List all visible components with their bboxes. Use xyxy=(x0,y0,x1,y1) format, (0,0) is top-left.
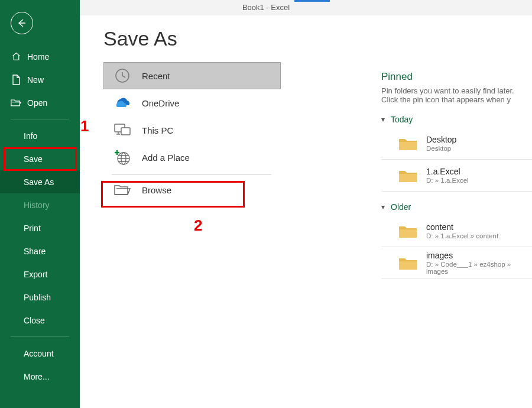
folder-name: Desktop xyxy=(426,135,456,144)
nav-export[interactable]: Export xyxy=(0,263,80,286)
nav-home-label: Home xyxy=(27,52,49,61)
folder-path: D: » 1.a.Excel xyxy=(426,177,469,184)
group-today-header[interactable]: ▾ Today xyxy=(381,115,532,124)
browse-folder-icon xyxy=(113,181,131,199)
folder-path: Desktop xyxy=(426,145,456,152)
nav-more[interactable]: More... xyxy=(0,365,80,388)
sidebar-divider-2 xyxy=(11,336,69,337)
page-title: Save As xyxy=(103,27,532,50)
nav-save-as[interactable]: Save As xyxy=(0,170,80,193)
nav-print[interactable]: Print xyxy=(0,216,80,239)
collapse-icon: ▾ xyxy=(381,115,385,124)
folders-panel: Pinned Pin folders you want to easily fi… xyxy=(381,71,532,279)
titlebar: Book1 - Excel xyxy=(0,0,532,15)
nav-more-label: More... xyxy=(24,372,50,381)
clock-icon xyxy=(113,67,131,85)
onedrive-icon xyxy=(113,94,131,112)
nav-close-label: Close xyxy=(24,316,45,325)
nav-export-label: Export xyxy=(24,270,47,279)
back-arrow-icon xyxy=(16,17,28,29)
nav-info-label: Info xyxy=(24,131,37,141)
nav-history-label: History xyxy=(24,200,50,210)
nav-publish[interactable]: Publish xyxy=(0,286,80,309)
nav-print-label: Print xyxy=(24,224,41,233)
new-icon xyxy=(11,75,21,85)
nav-account-label: Account xyxy=(24,349,54,358)
nav-home[interactable]: Home xyxy=(0,45,80,68)
folder-row[interactable]: content D: » 1.a.Excel » content xyxy=(381,215,532,247)
titlebar-text: Book1 - Excel xyxy=(242,3,290,12)
location-add-place-label: Add a Place xyxy=(142,153,190,163)
sidebar-divider-1 xyxy=(11,119,69,119)
location-add-place[interactable]: Add a Place xyxy=(103,144,281,171)
folder-name: 1.a.Excel xyxy=(426,167,469,176)
folder-path: D: » Code___1 » ez4shop » images xyxy=(426,261,528,275)
collapse-icon: ▾ xyxy=(381,203,385,211)
locations-list: Recent OneDrive This PC xyxy=(103,62,281,203)
add-place-icon xyxy=(113,148,131,166)
folder-row[interactable]: images D: » Code___1 » ez4shop » images xyxy=(381,247,532,279)
location-recent[interactable]: Recent xyxy=(103,62,281,89)
folder-icon xyxy=(398,136,418,151)
pinned-hint: Pin folders you want to easily find late… xyxy=(381,86,532,104)
location-separator xyxy=(112,174,271,175)
back-button[interactable] xyxy=(11,12,33,34)
location-this-pc[interactable]: This PC xyxy=(103,116,281,144)
nav-info[interactable]: Info xyxy=(0,124,80,147)
location-browse-label: Browse xyxy=(142,185,171,195)
group-older-label: Older xyxy=(391,202,411,212)
main-panel: Save As Recent OneDrive xyxy=(80,15,532,408)
folder-row[interactable]: Desktop Desktop xyxy=(381,128,532,160)
location-recent-label: Recent xyxy=(142,71,170,81)
pinned-heading: Pinned xyxy=(381,71,532,83)
location-onedrive[interactable]: OneDrive xyxy=(103,89,281,116)
svg-rect-2 xyxy=(121,128,130,135)
nav-publish-label: Publish xyxy=(24,293,51,302)
titlebar-accent xyxy=(294,0,330,2)
backstage-sidebar: Home New Open Info Save Save As History … xyxy=(0,0,80,408)
folder-name: images xyxy=(426,251,528,260)
nav-share-label: Share xyxy=(24,247,46,256)
nav-open-label: Open xyxy=(27,98,47,108)
nav-save-as-label: Save As xyxy=(24,177,54,187)
nav-new-label: New xyxy=(27,75,44,85)
open-icon xyxy=(11,98,21,107)
folder-row[interactable]: 1.a.Excel D: » 1.a.Excel xyxy=(381,160,532,192)
location-browse[interactable]: Browse xyxy=(103,176,281,203)
home-icon xyxy=(11,51,21,61)
folder-icon xyxy=(398,255,418,271)
folder-icon xyxy=(398,224,418,239)
this-pc-icon xyxy=(113,121,131,139)
location-this-pc-label: This PC xyxy=(142,125,173,135)
nav-share[interactable]: Share xyxy=(0,239,80,263)
folder-name: content xyxy=(426,222,498,232)
nav-save-label: Save xyxy=(24,154,43,164)
nav-history: History xyxy=(0,193,80,216)
location-onedrive-label: OneDrive xyxy=(142,98,179,108)
nav-save[interactable]: Save xyxy=(0,147,80,170)
nav-account[interactable]: Account xyxy=(0,342,80,365)
group-today-label: Today xyxy=(391,115,413,124)
nav-open[interactable]: Open xyxy=(0,91,80,114)
folder-icon xyxy=(398,168,418,183)
group-older-header[interactable]: ▾ Older xyxy=(381,202,532,212)
nav-close[interactable]: Close xyxy=(0,309,80,332)
folder-path: D: » 1.a.Excel » content xyxy=(426,232,498,239)
nav-new[interactable]: New xyxy=(0,68,80,91)
